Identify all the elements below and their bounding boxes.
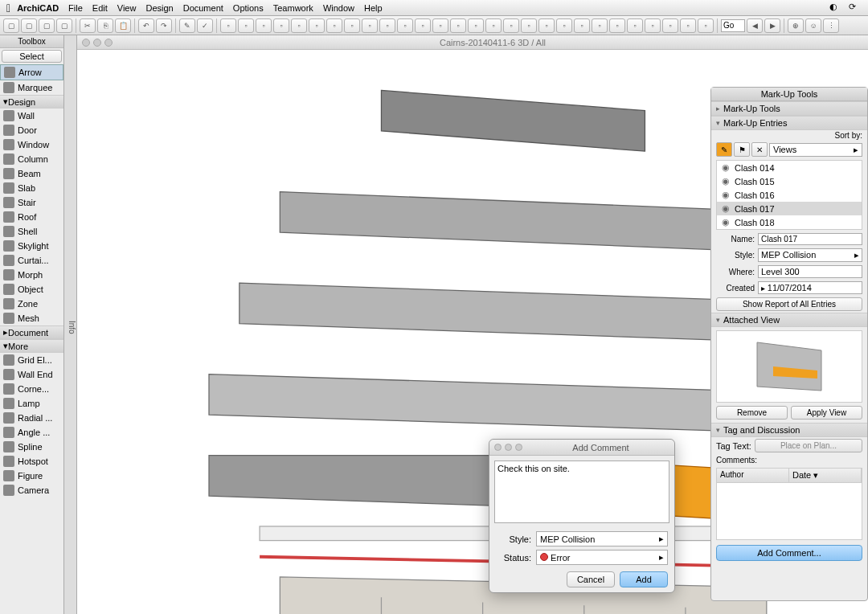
status-icon-1[interactable]: ◐ [829,2,842,14]
tool-arrow[interactable]: Arrow [0,64,63,80]
tool-angle[interactable]: Angle ... [0,425,63,440]
toolbar-btn[interactable]: ▫ [574,18,590,33]
toolbar-btn[interactable]: ▫ [432,18,448,33]
toolbar-btn[interactable]: ▫ [220,18,236,33]
menu-view[interactable]: View [117,3,137,13]
toolbar-btn[interactable]: ✓ [197,18,213,33]
tool-wall[interactable]: Wall [0,108,63,123]
style-dropdown[interactable]: MEP Collision ▸ [758,248,862,262]
tool-figure[interactable]: Figure [0,469,63,483]
markup-icon-1[interactable]: ✎ [716,142,732,157]
markup-entries-section[interactable]: ▾Mark-Up Entries [711,116,867,130]
toolbar-btn[interactable]: ▫ [662,18,678,33]
select-button[interactable]: Select [2,50,62,63]
eye-icon[interactable]: ◉ [720,190,731,200]
toolbar-btn[interactable]: ▫ [362,18,378,33]
toolbar-btn[interactable]: ▫ [556,18,572,33]
tool-roof[interactable]: Roof [0,210,63,224]
tool-curtain[interactable]: Curtai... [0,253,63,268]
tool-radial[interactable]: Radial ... [0,411,63,425]
tool-grid[interactable]: Grid El... [0,353,63,367]
menu-window[interactable]: Window [323,3,354,13]
toolbar-btn[interactable]: ▫ [680,18,696,33]
entry-item[interactable]: ◉Clash 015 [717,174,862,188]
toolbar-btn[interactable]: ▫ [645,18,661,33]
tool-slab[interactable]: Slab [0,181,63,195]
toolbar-btn[interactable]: ✎ [179,18,195,33]
apply-view-button[interactable]: Apply View [791,406,862,420]
toolbar-btn[interactable]: ▫ [592,18,608,33]
menu-teamwork[interactable]: Teamwork [273,3,313,13]
app-name[interactable]: ArchiCAD [17,3,59,13]
toolbar-copy-icon[interactable]: ⎘ [97,18,113,33]
toolbar-btn[interactable]: ▫ [344,18,360,33]
markup-icon-2[interactable]: ⚑ [734,142,750,157]
toolbar-person-icon[interactable]: ☺ [805,18,821,33]
toolbar-btn[interactable]: ▫ [291,18,307,33]
cancel-button[interactable]: Cancel [567,571,615,587]
toolbar-redo-icon[interactable]: ↷ [156,18,172,33]
add-button[interactable]: Add [620,571,668,587]
go-prev-icon[interactable]: ◀ [747,18,763,33]
add-comment-button[interactable]: Add Comment... [716,545,862,561]
markup-tools-section[interactable]: ▸Mark-Up Tools [711,101,867,116]
minimize-icon[interactable] [93,39,101,47]
zoom-icon[interactable] [515,444,522,451]
info-tab[interactable]: Info [64,35,77,614]
toolbar-btn[interactable]: ▫ [256,18,272,33]
tool-lamp[interactable]: Lamp [0,396,63,411]
dlg-status-dropdown[interactable]: Error▸ [536,550,668,565]
tool-shell[interactable]: Shell [0,224,63,239]
menu-options[interactable]: Options [233,3,264,13]
name-field[interactable] [758,233,862,245]
menu-document[interactable]: Document [183,3,223,13]
tool-beam[interactable]: Beam [0,166,63,181]
entry-item[interactable]: ◉Clash 014 [717,161,862,174]
toolbar-btn[interactable]: ▫ [273,18,289,33]
toolbar-cut-icon[interactable]: ✂ [80,18,96,33]
tool-hotspot[interactable]: Hotspot [0,454,63,469]
tool-object[interactable]: Object [0,282,63,297]
tool-spline[interactable]: Spline [0,440,63,454]
dialog-titlebar[interactable]: Add Comment [489,440,674,456]
entry-item[interactable]: ◉Clash 018 [717,215,862,229]
dlg-style-dropdown[interactable]: MEP Collision▸ [536,531,668,546]
zoom-icon[interactable] [104,39,113,47]
menu-file[interactable]: File [68,3,83,13]
tool-camera[interactable]: Camera [0,483,63,497]
markup-icon-3[interactable]: ✕ [751,142,768,157]
toolbar-btn[interactable]: ▫ [468,18,484,33]
entry-item[interactable]: ◉Clash 016 [717,188,862,202]
toolbar-btn[interactable]: ▫ [521,18,537,33]
toolbar-btn[interactable]: ▫ [326,18,342,33]
tool-door[interactable]: Door [0,123,63,137]
menu-edit[interactable]: Edit [92,3,108,13]
tag-discussion-section[interactable]: ▾Tag and Discussion [711,423,867,437]
eye-icon[interactable]: ◉ [720,162,731,173]
toolbar-btn[interactable]: ▫ [485,18,502,33]
status-icon-2[interactable]: ⟳ [849,2,862,14]
tool-skylight[interactable]: Skylight [0,239,63,253]
place-on-plan-button[interactable]: Place on Plan... [755,439,862,452]
apple-icon[interactable]:  [6,2,10,14]
tool-mesh[interactable]: Mesh [0,311,63,325]
toolbar-btn[interactable]: ▫ [450,18,466,33]
toolbar-btn[interactable]: ▫ [627,18,643,33]
tool-morph[interactable]: Morph [0,268,63,282]
where-field[interactable]: Level 300 [758,265,862,278]
toolbar-btn[interactable]: ▫ [698,18,714,33]
eye-icon[interactable]: ◉ [720,176,731,186]
entry-item-selected[interactable]: ◉Clash 017 [717,202,862,215]
toolbar-btn[interactable]: ▫ [379,18,395,33]
toolbar-btn[interactable]: ▫ [415,18,431,33]
remove-button[interactable]: Remove [716,406,788,420]
eye-icon[interactable]: ◉ [720,203,731,214]
toolbar-paste-icon[interactable]: 📋 [115,18,131,33]
toolbar-btn[interactable]: ▢ [39,18,55,33]
attached-view-section[interactable]: ▾Attached View [711,313,867,327]
created-field[interactable]: ▸ 11/07/2014 [758,281,862,294]
view-thumbnail[interactable] [716,330,862,403]
show-report-button[interactable]: Show Report of All Entries [716,297,862,311]
toolbar-btn[interactable]: ▢ [3,18,19,33]
tool-corner[interactable]: Corne... [0,382,63,396]
